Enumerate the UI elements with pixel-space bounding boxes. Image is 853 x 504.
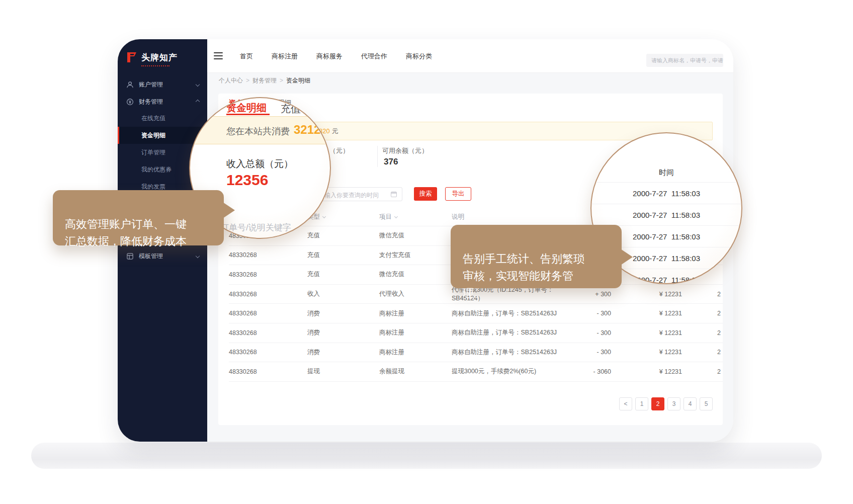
header-project[interactable]: 项目 (379, 213, 452, 221)
lens-time-row: 2000-7-27 11:58:03 (591, 183, 741, 204)
logo: 头牌知产 (126, 51, 178, 63)
cell-type: 消费 (307, 309, 379, 318)
cell-type: 充值 (307, 231, 379, 240)
pagination-page-button[interactable]: 2 (651, 397, 664, 410)
sidebar-item-template[interactable]: 模板管理 (118, 249, 207, 263)
cell-project: 微信充值 (379, 231, 452, 240)
cell-amount: + 300 (583, 291, 611, 298)
cell-project: 商标注册 (379, 328, 452, 337)
lens-tab-active: 资金明细 (226, 101, 267, 115)
breadcrumb-item[interactable]: 财务管理 (252, 76, 277, 85)
user-icon (126, 81, 134, 89)
top-navigation: 首页 商标注册 商标服务 代理合作 商标分类 (240, 39, 432, 73)
cell-time: 2 (682, 349, 723, 356)
sidebar-subitem-label: 我的发票 (141, 183, 165, 191)
pagination-page-button[interactable]: 3 (667, 397, 680, 410)
lens-time-header: 时间 (591, 163, 741, 183)
cell-type: 消费 (307, 328, 379, 337)
cell-desc: 提现3000元，手续费2%(60元) (452, 367, 583, 376)
lens-income-label: 收入总额（元） (226, 157, 293, 171)
table-row: 48330268 消费 商标注册 商标自助注册，订单号：SB2514263J -… (229, 304, 723, 323)
consumption-unit: 元 (332, 127, 338, 136)
table-row: 48330268 提现 余额提现 提现3000元，手续费2%(60元) - 30… (229, 362, 723, 382)
cell-balance: ¥ 12231 (611, 349, 682, 356)
topnav-item[interactable]: 商标服务 (316, 52, 343, 61)
cell-order: 48330268 (229, 329, 307, 337)
callout-right: 告别手工统计、告别繁琐 审核，实现智能财务管 理。 (451, 225, 622, 288)
cell-desc: 商标自助注册，订单号：SB2514263J (452, 348, 583, 357)
trademark-search-input[interactable]: 请输入商标名，申请号，申请人 (646, 54, 723, 67)
cell-balance: ¥ 12231 (611, 329, 682, 337)
cell-amount: - 300 (583, 310, 611, 317)
topnav-item[interactable]: 首页 (240, 52, 253, 61)
chevron-down-icon (196, 82, 200, 87)
header-desc: 说明 (452, 213, 583, 221)
balance-stat-value: 376 (384, 157, 398, 167)
balance-stat-label: 可用余额（元） (382, 146, 428, 155)
pagination-prev-button[interactable]: < (619, 397, 632, 410)
cell-type: 消费 (307, 348, 379, 357)
topbar: 首页 商标注册 商标服务 代理合作 商标分类 请输入商标名，申请号，申请人 (207, 39, 733, 73)
sidebar-item-label: 账户管理 (139, 80, 163, 89)
cell-amount: - 300 (583, 329, 611, 337)
cell-amount: - 300 (583, 349, 611, 356)
pagination-page-button[interactable]: 5 (700, 397, 713, 410)
cell-project: 代理收入 (379, 290, 452, 298)
sort-chevron-icon (394, 215, 398, 218)
cell-project: 支付宝充值 (379, 251, 452, 260)
expense-stat-label-fragment: （元） (329, 146, 349, 155)
breadcrumb-separator: > (246, 77, 249, 84)
callout-arrow-icon (223, 202, 235, 218)
cell-amount: - 3060 (583, 368, 611, 375)
template-icon (126, 253, 134, 260)
sidebar-subitem-label: 我的优惠券 (141, 165, 172, 174)
cell-desc: 商标自助注册，订单号：SB2514263J (452, 309, 583, 318)
calendar-icon (391, 192, 397, 197)
lens-consumption-banner: 您在本站共消费 32124 元 (189, 116, 331, 144)
lens-tab-underline (226, 114, 270, 115)
breadcrumb-current: 资金明细 (286, 76, 310, 85)
sidebar-item-label: 模板管理 (139, 252, 163, 261)
chevron-down-icon (196, 254, 200, 258)
breadcrumb: 个人中心 > 财务管理 > 资金明细 (219, 73, 310, 88)
cell-order: 48330268 (229, 349, 307, 356)
export-button[interactable]: 导出 (445, 187, 471, 201)
hamburger-menu-icon[interactable] (214, 52, 223, 59)
topnav-item[interactable]: 商标分类 (406, 52, 432, 61)
topnav-item[interactable]: 商标注册 (272, 52, 298, 61)
stat-divider (377, 146, 378, 167)
laptop-base (31, 443, 822, 469)
cell-balance: ¥ 12231 (611, 291, 682, 298)
callout-left-text: 高效管理账户订单、一键 汇总数据，降低财务成本 (65, 218, 187, 247)
sidebar-item-label: 财务管理 (139, 98, 163, 106)
pagination: < 1 2 3 4 5 (619, 397, 713, 410)
sidebar-subitem[interactable]: 在线充值 (118, 110, 207, 127)
topnav-item[interactable]: 代理合作 (361, 52, 387, 61)
cell-order: 48330268 (229, 251, 307, 259)
table-row: 48330268 消费 商标注册 商标自助注册，订单号：SB2514263J -… (229, 343, 723, 363)
callout-left: 高效管理账户订单、一键 汇总数据，降低财务成本 (53, 190, 224, 245)
lens-income-value: 12356 (226, 172, 268, 189)
sidebar-item-finance[interactable]: 财务管理 (118, 95, 207, 109)
logo-tagline (141, 65, 169, 66)
table-row: 48330268 消费 商标注册 商标自助注册，订单号：SB2514263J -… (229, 323, 723, 343)
pagination-page-button[interactable]: 1 (635, 397, 648, 410)
search-placeholder: 请输入商标名，申请号，申请人 (651, 57, 723, 64)
cell-type: 充值 (307, 251, 379, 260)
cell-type: 充值 (307, 270, 379, 279)
finance-icon (126, 98, 134, 106)
breadcrumb-item[interactable]: 个人中心 (219, 76, 243, 85)
cell-order: 48330268 (229, 310, 307, 317)
search-button[interactable]: 搜索 (414, 187, 437, 201)
cell-order: 48330268 (229, 291, 307, 298)
cell-time: 2 (682, 291, 723, 298)
lens-time-row: 2000-7-27 11:58:03 (591, 204, 741, 226)
cell-project: 余额提现 (379, 367, 452, 376)
header-type[interactable]: 类型 (307, 213, 379, 221)
lens-banner-prefix: 您在本站共消费 (226, 125, 290, 137)
logo-icon (126, 51, 138, 63)
logo-text: 头牌知产 (141, 52, 178, 63)
date-query-placeholder: 请输入你要查询的时间 (318, 191, 379, 200)
pagination-page-button[interactable]: 4 (684, 397, 697, 410)
sidebar-item-account[interactable]: 账户管理 (118, 77, 207, 92)
